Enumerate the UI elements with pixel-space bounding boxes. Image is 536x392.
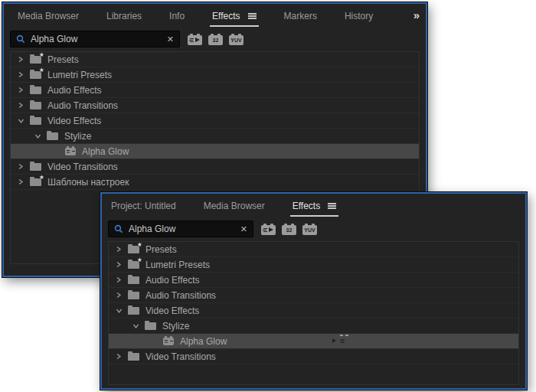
tree-item-video-effects[interactable]: Video Effects <box>11 113 419 129</box>
folder-icon <box>128 353 139 361</box>
panel-tab-bar: Project: Untitled Media Browser Effects <box>102 194 525 218</box>
tree-item-preset-templates[interactable]: Шаблоны настроек <box>11 175 419 190</box>
folder-icon <box>128 292 139 299</box>
tree-item-audio-effects[interactable]: Audio Effects <box>11 83 419 98</box>
yuv-label: YUV <box>302 225 317 235</box>
tree-item-label: Audio Transitions <box>145 290 216 301</box>
tree-item-audio-effects[interactable]: Audio Effects <box>109 273 518 288</box>
tree-item-label: Video Effects <box>145 305 199 316</box>
tree-item-label: Audio Effects <box>47 85 102 96</box>
chevron-right-icon[interactable] <box>17 56 25 64</box>
tab-info[interactable]: Info <box>169 4 185 28</box>
search-icon <box>114 224 123 234</box>
tree-item-alpha-glow[interactable]: Alpha Glow <box>11 144 419 159</box>
tree-item-presets[interactable]: Presets <box>109 242 518 257</box>
chevron-down-icon[interactable] <box>17 117 25 125</box>
folder-icon <box>30 102 41 109</box>
panel-menu-icon[interactable] <box>328 203 336 209</box>
tab-label: Info <box>169 11 185 21</box>
tree-item-label: Stylize <box>64 131 91 142</box>
search-icon <box>16 34 25 44</box>
chevron-right-icon[interactable] <box>17 102 25 109</box>
tree-item-audio-transitions[interactable]: Audio Transitions <box>11 98 419 113</box>
chevron-down-icon[interactable] <box>115 307 123 315</box>
folder-star-icon <box>128 261 139 269</box>
chevron-right-icon[interactable] <box>17 71 25 79</box>
tree-item-label: Presets <box>47 54 79 65</box>
effects-panel-front: Project: Untitled Media Browser Effects … <box>100 192 527 390</box>
folder-star-icon <box>128 246 139 253</box>
tab-label: Effects <box>293 201 320 211</box>
32bit-color-filter-icon[interactable]: 32 <box>208 35 223 45</box>
chevron-right-icon[interactable] <box>17 163 25 171</box>
effects-search-box[interactable]: ✕ <box>108 220 253 237</box>
chevron-right-icon[interactable] <box>115 261 123 269</box>
search-input[interactable] <box>129 224 235 234</box>
yuv-effects-filter-icon[interactable]: YUV <box>229 35 243 45</box>
tab-label: History <box>345 11 373 21</box>
32bit-color-filter-icon[interactable]: 32 <box>282 225 296 235</box>
clear-search-icon[interactable]: ✕ <box>240 225 247 234</box>
chevron-right-icon[interactable] <box>115 292 123 299</box>
folder-icon <box>30 87 41 94</box>
folder-icon <box>128 307 139 315</box>
accelerated-effects-filter-icon[interactable] <box>188 35 202 45</box>
tab-media-browser[interactable]: Media Browser <box>18 4 79 28</box>
chevron-right-icon[interactable] <box>115 353 123 361</box>
tree-item-alpha-glow[interactable]: Alpha Glow <box>109 334 518 349</box>
tab-label: Markers <box>284 11 317 21</box>
yuv-label: YUV <box>229 35 243 45</box>
tree-item-label: Video Transitions <box>145 351 216 362</box>
tab-overflow-icon[interactable]: » <box>413 9 419 21</box>
tree-item-label: Audio Transitions <box>47 100 118 111</box>
tree-item-video-transitions[interactable]: Video Transitions <box>109 349 518 364</box>
effects-tree: Presets Lumetri Presets Audio Effects Au… <box>108 241 519 385</box>
tree-item-audio-transitions[interactable]: Audio Transitions <box>109 288 518 303</box>
tree-item-lumetri-presets[interactable]: Lumetri Presets <box>109 257 518 273</box>
accel-lines-glyph <box>263 228 267 229</box>
tree-item-label: Alpha Glow <box>180 336 227 347</box>
accelerated-effects-filter-icon[interactable] <box>261 225 276 235</box>
effects-search-box[interactable]: ✕ <box>10 31 180 47</box>
tree-item-label: Шаблоны настроек <box>47 177 129 188</box>
tab-libraries[interactable]: Libraries <box>106 4 142 28</box>
tab-effects[interactable]: Effects <box>293 194 336 218</box>
tree-item-label: Stylize <box>162 321 189 332</box>
folder-icon <box>145 322 156 330</box>
chevron-right-icon[interactable] <box>17 178 25 186</box>
tab-markers[interactable]: Markers <box>284 4 317 28</box>
yuv-effects-filter-icon[interactable]: YUV <box>302 225 317 235</box>
tree-item-label: Lumetri Presets <box>47 70 112 80</box>
chevron-down-icon[interactable] <box>132 322 139 330</box>
tab-effects[interactable]: Effects <box>212 4 256 28</box>
tab-project-untitled[interactable]: Project: Untitled <box>111 194 176 218</box>
effect-filter-buttons: 32 YUV <box>261 224 317 235</box>
32bit-label: 32 <box>208 35 223 45</box>
tree-item-stylize[interactable]: Stylize <box>109 318 518 334</box>
tree-item-lumetri-presets[interactable]: Lumetri Presets <box>11 67 419 83</box>
chevron-right-icon[interactable] <box>115 246 123 253</box>
tree-item-video-effects[interactable]: Video Effects <box>109 303 518 318</box>
folder-icon <box>30 117 41 125</box>
tab-history[interactable]: History <box>345 4 373 28</box>
panel-menu-icon[interactable] <box>248 13 257 19</box>
tab-media-browser[interactable]: Media Browser <box>204 194 265 218</box>
clear-search-icon[interactable]: ✕ <box>167 35 174 44</box>
chevron-down-icon[interactable] <box>34 132 41 140</box>
chevron-right-icon[interactable] <box>115 276 123 284</box>
tree-item-label: Video Transitions <box>47 162 118 172</box>
tab-label: Libraries <box>106 11 142 21</box>
tree-item-stylize[interactable]: Stylize <box>11 129 419 144</box>
folder-star-icon <box>30 71 41 79</box>
folder-icon <box>128 276 139 284</box>
search-input[interactable] <box>31 34 162 44</box>
tab-label: Effects <box>212 11 240 21</box>
tab-label: Project: Untitled <box>111 201 176 211</box>
accel-play-glyph <box>269 227 273 232</box>
folder-star-icon <box>30 56 41 64</box>
tree-item-label: Video Effects <box>47 116 101 126</box>
chevron-right-icon[interactable] <box>17 87 25 94</box>
tree-item-presets[interactable]: Presets <box>11 52 419 67</box>
tree-item-video-transitions[interactable]: Video Transitions <box>11 159 419 175</box>
accel-play-glyph <box>195 38 200 42</box>
